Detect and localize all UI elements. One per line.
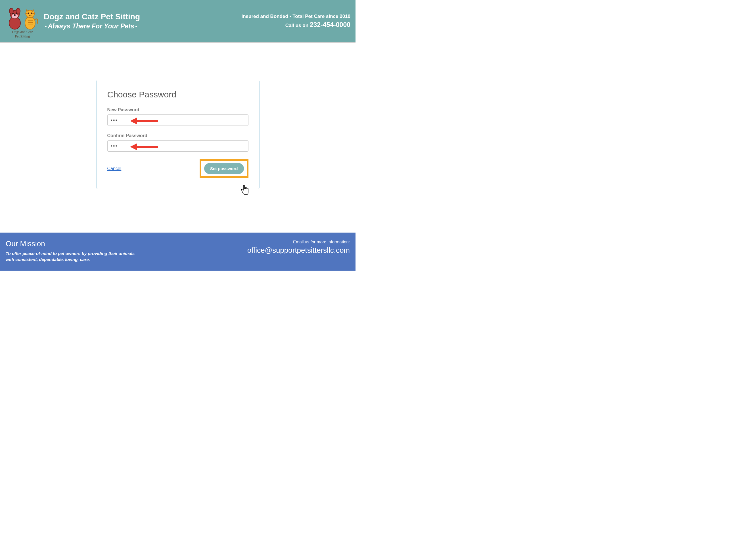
header-call-line: Call us on 232-454-0000 xyxy=(241,21,350,29)
mission-block: Our Mission To offer peace-of-mind to pe… xyxy=(6,239,135,263)
page-footer: Our Mission To offer peace-of-mind to pe… xyxy=(0,233,356,271)
choose-password-card: Choose Password New Password Confirm Pas… xyxy=(96,80,260,189)
contact-email: office@supportpetsittersllc.com xyxy=(247,246,350,255)
card-title: Choose Password xyxy=(107,90,248,99)
logo-caption-line2: Pet Sitting xyxy=(15,34,30,38)
confirm-password-label: Confirm Password xyxy=(107,133,248,138)
form-actions: Cancel Set password xyxy=(107,159,248,178)
cancel-link[interactable]: Cancel xyxy=(107,166,122,171)
brand-tagline: •Always There For Your Pets • xyxy=(44,22,140,30)
call-label: Call us on xyxy=(285,23,310,28)
logo-caption-line1: Dogs and Catz xyxy=(12,30,33,34)
brand-text-block: Dogz and Catz Pet Sitting •Always There … xyxy=(44,12,140,30)
cursor-pointer-icon xyxy=(241,185,249,196)
new-password-input[interactable] xyxy=(107,114,248,126)
svg-point-8 xyxy=(25,17,35,29)
confirm-password-input[interactable] xyxy=(107,140,248,152)
main-content: Choose Password New Password Confirm Pas… xyxy=(0,43,356,189)
header-tagline: Insured and Bonded • Total Pet Care sinc… xyxy=(241,14,350,19)
mission-title: Our Mission xyxy=(6,239,135,248)
phone-number: 232-454-0000 xyxy=(310,21,350,28)
new-password-group: New Password xyxy=(107,107,248,126)
new-password-label: New Password xyxy=(107,107,248,112)
footer-contact-block: Email us for more information: office@su… xyxy=(247,239,350,255)
svg-point-11 xyxy=(31,12,32,14)
page-header: Dogs and Catz Pet Sitting Dogz and Catz … xyxy=(0,0,356,43)
email-label: Email us for more information: xyxy=(247,239,350,244)
svg-point-6 xyxy=(16,12,17,14)
logo-caption: Dogs and Catz Pet Sitting xyxy=(5,30,40,39)
brand-logo: Dogs and Catz Pet Sitting xyxy=(5,3,40,39)
confirm-password-group: Confirm Password xyxy=(107,133,248,152)
set-password-button[interactable]: Set password xyxy=(204,163,244,174)
header-right-block: Insured and Bonded • Total Pet Care sinc… xyxy=(241,14,350,29)
svg-point-7 xyxy=(14,14,16,16)
svg-point-5 xyxy=(12,12,14,14)
brand-title: Dogz and Catz Pet Sitting xyxy=(44,12,140,21)
submit-highlight-box: Set password xyxy=(200,159,248,178)
svg-point-10 xyxy=(28,12,29,14)
mission-text: To offer peace-of-mind to pet owners by … xyxy=(6,250,135,263)
